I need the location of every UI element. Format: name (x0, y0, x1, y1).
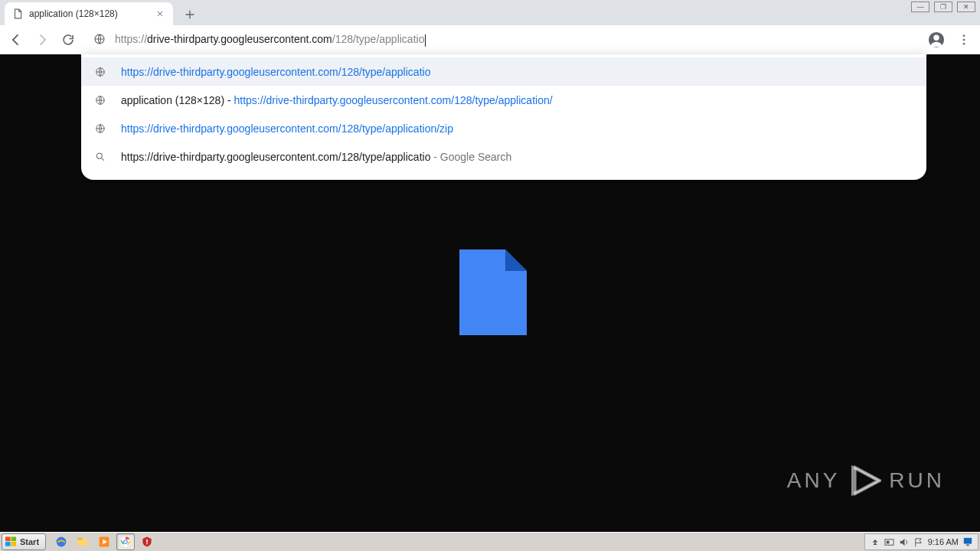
flag-icon[interactable] (913, 536, 924, 547)
taskbar-apps (52, 533, 156, 550)
suggestion-text: https://drive-thirdparty.googleuserconte… (121, 122, 453, 135)
taskbar-media-icon[interactable] (95, 533, 113, 550)
suggestion-row[interactable]: https://drive-thirdparty.googleuserconte… (81, 142, 926, 171)
address-scheme: https:// (115, 33, 147, 45)
svg-rect-29 (966, 544, 969, 546)
minimize-button[interactable]: — (911, 2, 929, 12)
svg-rect-24 (146, 540, 148, 543)
suggestion-text: application (128×128) - https://drive-th… (121, 94, 553, 106)
svg-point-5 (963, 43, 965, 45)
back-button[interactable] (6, 30, 26, 50)
tab-strip: application (128×128) (0, 0, 980, 25)
omnibox-suggestions: https://drive-thirdparty.googleuserconte… (81, 54, 926, 180)
play-icon (848, 464, 881, 497)
suggestion-text: https://drive-thirdparty.googleuserconte… (121, 151, 511, 163)
new-tab-button[interactable] (179, 4, 201, 25)
watermark-left: ANY (787, 468, 841, 493)
svg-rect-15 (11, 542, 17, 546)
start-button[interactable]: Start (2, 533, 46, 550)
watermark-right: RUN (889, 468, 945, 493)
svg-rect-18 (78, 537, 83, 540)
svg-rect-12 (5, 536, 11, 541)
address-text: https://drive-thirdparty.googleuserconte… (115, 33, 905, 46)
profile-button[interactable] (926, 30, 946, 50)
svg-point-23 (124, 540, 127, 543)
globe-icon (93, 123, 107, 134)
svg-point-2 (933, 35, 939, 41)
svg-rect-27 (887, 540, 890, 543)
browser-chrome: — ❐ ✕ application (128×128) (0, 0, 980, 54)
globe-icon (93, 95, 107, 106)
monitor-icon[interactable] (962, 536, 973, 547)
system-tray[interactable]: 9:16 AM (864, 533, 978, 550)
maximize-button[interactable]: ❐ (934, 2, 952, 12)
tab-title: application (128×128) (29, 8, 155, 19)
reload-button[interactable] (58, 30, 78, 50)
suggestion-row[interactable]: application (128×128) - https://drive-th… (81, 86, 926, 114)
svg-rect-13 (11, 536, 17, 541)
volume-icon[interactable] (899, 536, 910, 547)
kebab-menu-icon[interactable] (954, 30, 974, 50)
svg-point-9 (96, 153, 102, 158)
globe-icon (93, 67, 107, 77)
chevron-up-icon[interactable] (870, 536, 880, 547)
suggestion-row[interactable]: https://drive-thirdparty.googleuserconte… (81, 114, 926, 142)
windows-logo-icon (5, 536, 17, 547)
toolbar-right (926, 30, 974, 50)
suggestion-row[interactable]: https://drive-thirdparty.googleuserconte… (81, 57, 926, 86)
taskbar-shield-icon[interactable] (138, 533, 156, 550)
svg-point-4 (963, 39, 965, 41)
toolbar: https://drive-thirdparty.googleuserconte… (0, 25, 980, 54)
taskbar-explorer-icon[interactable] (74, 533, 92, 550)
address-path: /128/type/applicatio (332, 33, 425, 45)
svg-rect-25 (146, 543, 148, 545)
application-file-icon (459, 249, 527, 335)
watermark: ANY RUN (787, 464, 945, 497)
svg-point-3 (963, 34, 965, 37)
tab-active[interactable]: application (128×128) (5, 2, 173, 25)
address-host: drive-thirdparty.googleusercontent.com (147, 33, 332, 45)
forward-button[interactable] (32, 30, 52, 50)
globe-icon (93, 33, 106, 47)
taskbar-chrome-icon[interactable] (116, 533, 135, 550)
file-icon (12, 8, 23, 19)
text-cursor (425, 34, 426, 47)
svg-rect-28 (964, 538, 972, 544)
window-controls: — ❐ ✕ (911, 2, 975, 12)
suggestion-text: https://drive-thirdparty.googleuserconte… (121, 66, 430, 78)
device-icon[interactable] (884, 536, 895, 547)
taskbar-ie-icon[interactable] (52, 533, 70, 550)
close-icon[interactable] (155, 8, 165, 19)
tray-clock[interactable]: 9:16 AM (928, 537, 959, 546)
svg-rect-14 (5, 542, 11, 546)
address-bar[interactable]: https://drive-thirdparty.googleuserconte… (84, 28, 914, 51)
start-label: Start (20, 537, 39, 546)
close-window-button[interactable]: ✕ (957, 2, 975, 12)
taskbar: Start 9:16 AM (0, 532, 980, 551)
search-icon (93, 152, 107, 162)
